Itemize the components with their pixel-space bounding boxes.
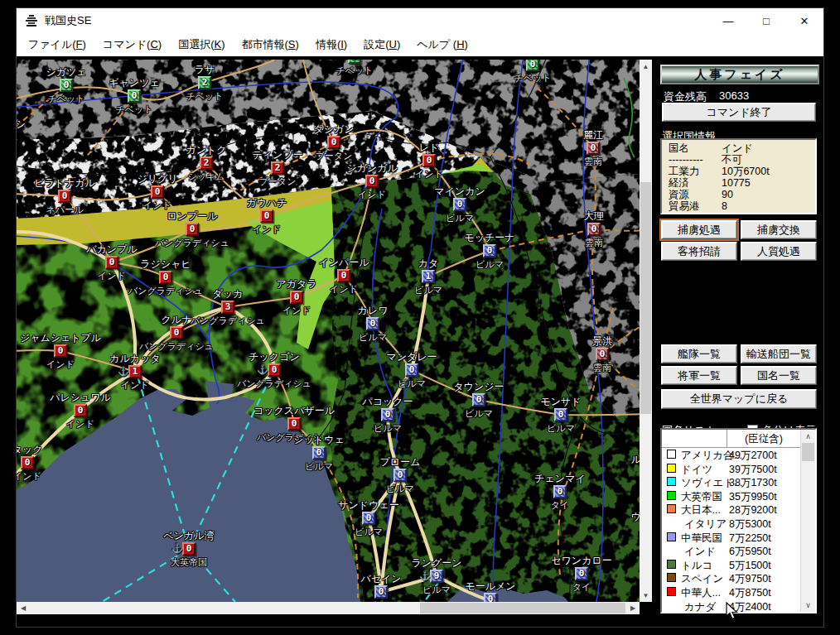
- city-marker[interactable]: 0: [60, 79, 73, 92]
- map-vertical-scrollbar[interactable]: ▲ ▼: [640, 60, 652, 602]
- map-horizontal-scrollbar[interactable]: ◀ ▶: [17, 602, 640, 614]
- city-marker[interactable]: 2: [198, 76, 211, 89]
- city-marker[interactable]: 0: [290, 291, 303, 304]
- country-row[interactable]: 大日本...28万9200t: [662, 503, 801, 516]
- city-marker[interactable]: 2: [200, 156, 213, 170]
- maximize-button[interactable]: □: [747, 8, 785, 33]
- country-row[interactable]: スペイン4万9750t: [662, 571, 801, 584]
- city-marker[interactable]: 0: [260, 209, 273, 223]
- country-row[interactable]: アメリカ合...49万2700t: [662, 448, 801, 461]
- country-row[interactable]: ソヴィエト...38万1730t: [662, 475, 801, 488]
- info-label: ----------: [669, 154, 722, 166]
- city-marker[interactable]: 0: [312, 446, 326, 459]
- list-scrollbar[interactable]: ∧ ∨: [800, 430, 815, 612]
- city-marker[interactable]: 0: [405, 363, 418, 377]
- city-marker[interactable]: 3: [221, 301, 234, 314]
- city-marker[interactable]: 0: [553, 485, 567, 498]
- end-command-button[interactable]: コマンド終了: [662, 103, 816, 122]
- city-marker[interactable]: 0: [362, 512, 375, 525]
- menu-item-f[interactable]: ファイル(F): [20, 33, 94, 56]
- list-scroll-up-icon[interactable]: ∧: [801, 430, 815, 443]
- country-row[interactable]: インド6万5950t: [662, 544, 801, 557]
- city-marker[interactable]: 0: [453, 198, 466, 211]
- city-country-label: 雲南: [584, 156, 602, 168]
- list-scroll-thumb[interactable]: [802, 443, 814, 461]
- city-marker[interactable]: 0: [128, 89, 141, 103]
- minimize-button[interactable]: —: [709, 8, 747, 33]
- panel-button-2[interactable]: 将軍一覧: [661, 366, 737, 385]
- city-marker[interactable]: 0: [151, 185, 164, 199]
- close-button[interactable]: ✕: [785, 8, 823, 33]
- city-marker[interactable]: 0: [186, 223, 199, 236]
- menu-item-h[interactable]: ヘルプ (H): [408, 33, 476, 56]
- city-marker[interactable]: 0: [587, 142, 600, 155]
- city-marker[interactable]: 0: [58, 190, 71, 203]
- menu-item-s[interactable]: 都市情報(S): [234, 33, 307, 56]
- city-marker[interactable]: 0: [327, 136, 340, 149]
- list-scroll-down-icon[interactable]: ∨: [801, 599, 815, 612]
- city-name-label: マンダレー: [386, 350, 437, 364]
- country-row[interactable]: トルコ5万1500t: [662, 558, 801, 571]
- menu-item-i[interactable]: 情報(I): [307, 33, 355, 56]
- city-marker[interactable]: 2: [271, 161, 284, 175]
- city-marker[interactable]: 1: [128, 365, 142, 378]
- country-row[interactable]: 中華民国7万2250t: [662, 531, 801, 544]
- country-row[interactable]: イタリア8万5300t: [662, 517, 801, 530]
- city-marker[interactable]: 0: [393, 469, 407, 482]
- city-marker[interactable]: 0: [348, 60, 361, 64]
- city-marker[interactable]: 0: [287, 417, 301, 431]
- panel-button-1[interactable]: 捕虜交換: [741, 220, 817, 239]
- city-marker[interactable]: 0: [374, 585, 388, 599]
- city-marker[interactable]: 0: [483, 244, 496, 257]
- city-marker[interactable]: 0: [484, 593, 497, 602]
- world-map-button[interactable]: 全世界マップに戻る: [661, 389, 817, 409]
- city-marker[interactable]: 0: [526, 60, 539, 71]
- panel-button-0[interactable]: 艦隊一覧: [661, 344, 737, 363]
- city-marker[interactable]: 9: [430, 570, 443, 583]
- city-marker[interactable]: 0: [21, 456, 34, 469]
- vertical-scroll-thumb[interactable]: [640, 182, 651, 414]
- city-name-label: ジャムシェトプル: [20, 331, 101, 345]
- horizontal-scroll-thumb[interactable]: [420, 603, 625, 613]
- country-list[interactable]: (臣従含) アメリカ合...49万2700tドイツ39万7500tソヴィエト..…: [660, 428, 817, 613]
- menu-item-k[interactable]: 国選択(K): [170, 33, 233, 56]
- city-marker[interactable]: 0: [337, 269, 350, 282]
- city-marker[interactable]: 0: [74, 404, 87, 417]
- panel-button-0[interactable]: 捕虜処遇: [661, 220, 737, 239]
- city-marker[interactable]: 0: [422, 154, 436, 167]
- city-marker[interactable]: 1: [422, 270, 435, 283]
- country-row[interactable]: 大英帝国35万9950t: [662, 489, 801, 503]
- city-marker[interactable]: 0: [381, 408, 394, 421]
- scroll-left-icon[interactable]: ◀: [17, 602, 30, 614]
- panel-button-2[interactable]: 客将招請: [661, 242, 737, 261]
- city-country-label: ビルマ: [305, 460, 333, 473]
- panel-button-3[interactable]: 人質処遇: [741, 242, 817, 261]
- city-marker[interactable]: 0: [365, 175, 379, 188]
- city-marker[interactable]: 0: [472, 393, 485, 406]
- city-marker[interactable]: 0: [596, 348, 609, 361]
- city-marker[interactable]: 0: [159, 271, 172, 284]
- map-viewport[interactable]: シガツェ0チベットギャンツェ0チベットラサ2チベット0チベット0チベットタシガン…: [17, 60, 640, 602]
- scroll-right-icon[interactable]: ▶: [626, 602, 640, 614]
- city-marker[interactable]: 0: [268, 363, 281, 377]
- city-country-label: ビルマ: [359, 331, 387, 344]
- country-row[interactable]: ドイツ39万7500t: [662, 462, 801, 475]
- city-country-label: タイ: [572, 581, 591, 594]
- city-marker[interactable]: 0: [182, 542, 196, 556]
- country-row[interactable]: 中華人...4万8750t: [662, 585, 801, 599]
- city-marker[interactable]: 0: [170, 326, 183, 339]
- panel-button-3[interactable]: 国名一覧: [741, 366, 817, 385]
- info-label: 資源: [669, 189, 722, 200]
- city-marker[interactable]: 0: [554, 408, 567, 421]
- city-marker[interactable]: 0: [575, 567, 588, 580]
- scroll-down-icon[interactable]: ▼: [640, 589, 652, 602]
- city-marker[interactable]: 0: [587, 223, 601, 236]
- scroll-up-icon[interactable]: ▲: [640, 60, 652, 73]
- city-marker[interactable]: 0: [366, 317, 379, 330]
- menu-bar: ファイル(F)コマンド(C)国選択(K)都市情報(S)情報(I)設定(U)ヘルプ…: [17, 33, 823, 56]
- menu-item-c[interactable]: コマンド(C): [94, 33, 170, 56]
- city-marker[interactable]: 0: [105, 256, 118, 269]
- panel-button-1[interactable]: 輸送船団一覧: [741, 344, 817, 363]
- menu-item-u[interactable]: 設定(U): [355, 33, 408, 56]
- city-marker[interactable]: 0: [54, 344, 67, 358]
